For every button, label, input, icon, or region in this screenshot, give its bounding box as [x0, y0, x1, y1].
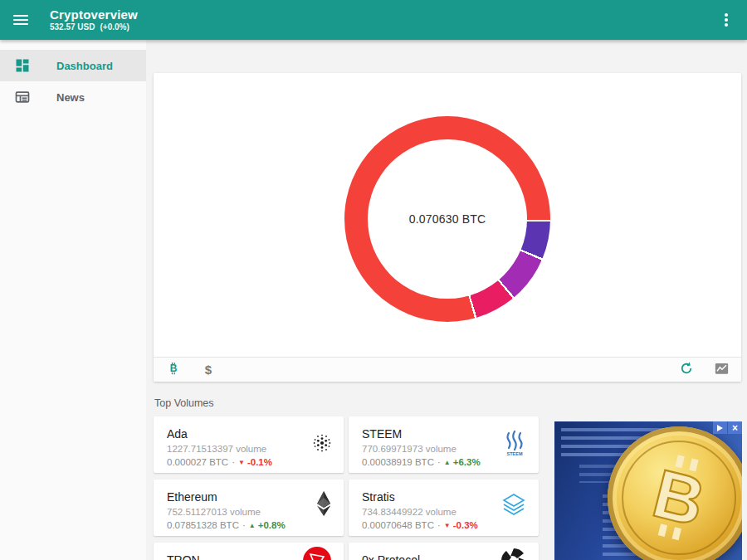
- coin-volume: 770.69971973 volume: [362, 444, 525, 454]
- ethereum-logo-icon: [315, 490, 332, 520]
- donut-chart: 0.070630 BTC: [344, 116, 550, 322]
- coin-volume: 752.51127013 volume: [167, 507, 330, 517]
- trend-badge: ▼-0.1%: [238, 457, 272, 467]
- portfolio-change: (+0.0%): [100, 22, 129, 32]
- app-title: Cryptoverview: [50, 7, 138, 22]
- donut-hole: 0.070630 BTC: [368, 139, 527, 299]
- trend-badge: ▲+0.8%: [249, 520, 286, 530]
- chart-toolbar: B $: [154, 357, 741, 382]
- sidebar-item-dashboard[interactable]: Dashboard: [0, 50, 146, 81]
- chart-type-button[interactable]: [713, 362, 730, 378]
- cardano-logo-icon: [312, 433, 332, 456]
- coin-price: 0.07851328 BTC: [167, 520, 239, 530]
- donut-chart-area: 0.070630 BTC: [154, 73, 741, 357]
- menu-icon[interactable]: [13, 10, 33, 30]
- app-subtitle: 532.57 USD(+0.0%): [50, 22, 138, 32]
- btc-currency-button[interactable]: B: [165, 362, 182, 378]
- coin-volume: 1227.71513397 volume: [167, 444, 330, 454]
- usd-currency-button[interactable]: $: [200, 362, 217, 378]
- portfolio-card: 0.070630 BTC B $: [154, 73, 741, 382]
- refresh-icon: [679, 361, 694, 379]
- tron-logo-icon: [302, 546, 332, 560]
- volume-card-ada[interactable]: Ada 1227.71513397 volume 0.000027 BTC · …: [154, 416, 344, 473]
- adchoices-triangle-icon: [717, 425, 723, 431]
- volume-card-steem[interactable]: STEEM 770.69971973 volume 0.00038919 BTC…: [349, 416, 539, 473]
- bitcoin-symbol-icon: B: [625, 439, 733, 557]
- ad-banner[interactable]: B ×: [554, 421, 742, 560]
- adchoices-button[interactable]: [713, 421, 727, 434]
- coin-price: 0.00038919 BTC: [362, 457, 434, 467]
- steem-logo-icon: STEEM: [502, 430, 527, 460]
- news-icon: [14, 89, 31, 105]
- area-chart-icon: [715, 362, 729, 378]
- stratis-logo-icon: [500, 493, 527, 521]
- price-separator: ·: [437, 457, 441, 467]
- price-separator: ·: [437, 520, 441, 530]
- ad-close-button[interactable]: ×: [728, 421, 742, 434]
- trend-badge: ▼-0.3%: [444, 520, 478, 530]
- donut-center-label: 0.070630 BTC: [409, 212, 486, 226]
- volume-card-tron[interactable]: TRON: [154, 543, 344, 560]
- ad-close-icon: ×: [732, 423, 738, 433]
- sidebar-item-label: News: [56, 91, 85, 104]
- trend-change: -0.3%: [453, 520, 478, 530]
- refresh-button[interactable]: [678, 362, 695, 378]
- volume-card-ethereum[interactable]: Ethereum 752.51127013 volume 0.07851328 …: [154, 480, 344, 536]
- trend-arrow-icon: ▼: [444, 522, 451, 529]
- volume-card-stratis[interactable]: Stratis 734.83449922 volume 0.00070648 B…: [349, 480, 539, 536]
- bitcoin-icon: B: [166, 361, 181, 379]
- portfolio-value: 532.57 USD: [50, 22, 95, 32]
- dashboard-icon: [14, 57, 31, 74]
- price-separator: ·: [242, 520, 246, 530]
- svg-text:B: B: [170, 363, 178, 374]
- coin-price: 0.00070648 BTC: [362, 520, 434, 530]
- svg-text:B: B: [646, 454, 712, 540]
- coin-name: STEEM: [362, 427, 525, 441]
- trend-arrow-icon: ▼: [238, 459, 245, 466]
- ad-controls: ×: [712, 421, 742, 434]
- coin-name: Ethereum: [167, 490, 330, 504]
- top-volumes-grid: Ada 1227.71513397 volume 0.000027 BTC · …: [154, 416, 540, 560]
- sidebar: Dashboard News: [0, 40, 146, 560]
- app-title-block: Cryptoverview 532.57 USD(+0.0%): [50, 7, 138, 32]
- app-header: Cryptoverview 532.57 USD(+0.0%): [0, 0, 747, 40]
- trend-change: -0.1%: [247, 457, 272, 467]
- svg-text:STEEM: STEEM: [507, 451, 523, 456]
- coin-name: Ada: [167, 427, 330, 441]
- top-volumes-heading: Top Volumes: [154, 397, 214, 409]
- volume-card-0x-protocol[interactable]: 0x Protocol: [349, 543, 539, 560]
- trend-badge: ▲+6.3%: [444, 457, 481, 467]
- zrx-logo-icon: [500, 548, 527, 560]
- kebab-menu-icon[interactable]: [719, 11, 734, 29]
- trend-arrow-icon: ▲: [444, 459, 451, 466]
- coin-price: 0.000027 BTC: [167, 457, 228, 467]
- price-separator: ·: [232, 457, 235, 467]
- sidebar-item-news[interactable]: News: [0, 81, 146, 113]
- sidebar-item-label: Dashboard: [56, 60, 113, 72]
- ad-bitcoin-coin: B: [608, 426, 742, 560]
- trend-change: +6.3%: [453, 457, 481, 467]
- trend-change: +0.8%: [258, 520, 286, 530]
- dollar-icon: $: [205, 363, 212, 377]
- trend-arrow-icon: ▲: [249, 522, 256, 529]
